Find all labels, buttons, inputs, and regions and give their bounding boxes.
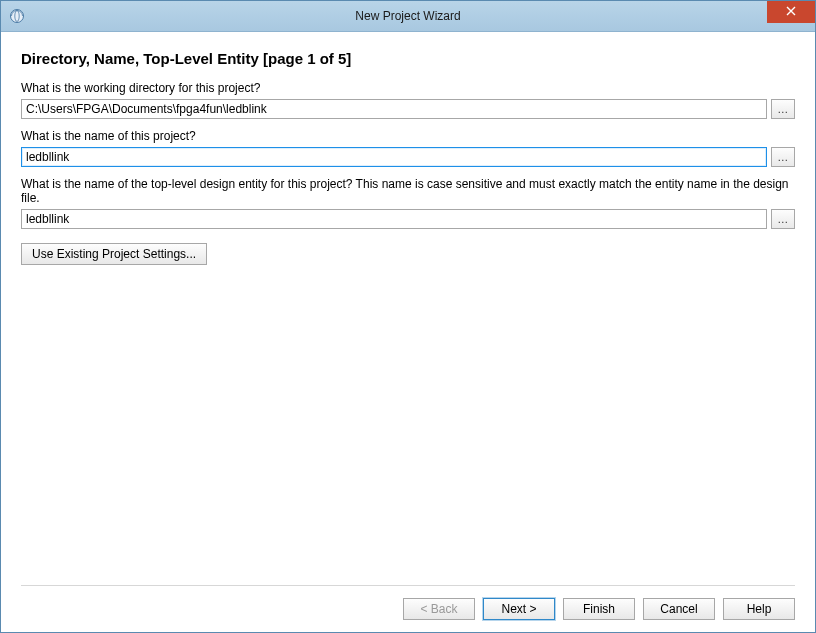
directory-input-row: ...	[21, 99, 795, 119]
field-working-directory: What is the working directory for this p…	[21, 81, 795, 119]
window-title: New Project Wizard	[1, 9, 815, 23]
wizard-window: New Project Wizard Directory, Name, Top-…	[0, 0, 816, 633]
project-name-browse-button[interactable]: ...	[771, 147, 795, 167]
directory-label: What is the working directory for this p…	[21, 81, 795, 95]
client-area: Directory, Name, Top-Level Entity [page …	[1, 32, 815, 632]
titlebar: New Project Wizard	[1, 1, 815, 32]
close-icon	[786, 5, 796, 19]
field-top-level-entity: What is the name of the top-level design…	[21, 177, 795, 229]
top-entity-label: What is the name of the top-level design…	[21, 177, 795, 205]
directory-browse-button[interactable]: ...	[771, 99, 795, 119]
top-entity-browse-button[interactable]: ...	[771, 209, 795, 229]
top-entity-input-row: ...	[21, 209, 795, 229]
cancel-button[interactable]: Cancel	[643, 598, 715, 620]
directory-input[interactable]	[21, 99, 767, 119]
close-button[interactable]	[767, 1, 815, 23]
project-name-input[interactable]	[21, 147, 767, 167]
app-icon	[9, 8, 25, 24]
field-project-name: What is the name of this project? ...	[21, 129, 795, 167]
svg-point-0	[11, 10, 24, 23]
footer-buttons: < Back Next > Finish Cancel Help	[21, 585, 795, 620]
finish-button[interactable]: Finish	[563, 598, 635, 620]
next-button[interactable]: Next >	[483, 598, 555, 620]
top-entity-input[interactable]	[21, 209, 767, 229]
project-name-input-row: ...	[21, 147, 795, 167]
page-title: Directory, Name, Top-Level Entity [page …	[21, 50, 795, 67]
use-existing-settings-button[interactable]: Use Existing Project Settings...	[21, 243, 207, 265]
spacer	[21, 265, 795, 585]
back-button[interactable]: < Back	[403, 598, 475, 620]
project-name-label: What is the name of this project?	[21, 129, 795, 143]
help-button[interactable]: Help	[723, 598, 795, 620]
